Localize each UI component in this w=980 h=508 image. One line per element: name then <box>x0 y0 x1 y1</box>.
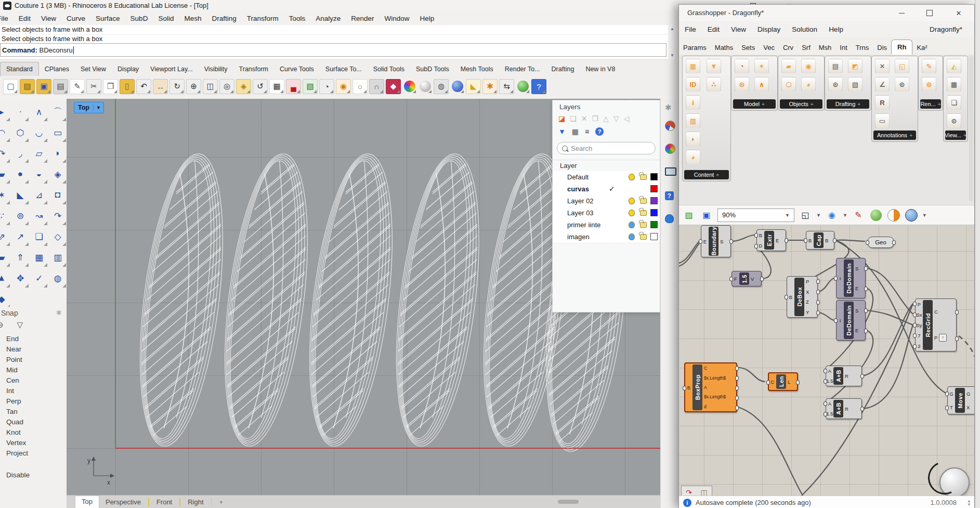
menu-analyze[interactable]: Analyze <box>310 13 346 24</box>
point-icon[interactable]: · <box>13 105 28 119</box>
orient-icon[interactable]: ✥ <box>13 271 28 285</box>
gh-output-X[interactable]: X <box>966 405 970 410</box>
zoom-extents-icon[interactable]: ◱ <box>799 209 812 222</box>
gh-tab-trns[interactable]: Trns <box>852 41 873 55</box>
box-widget-icon[interactable]: ◫ <box>701 488 708 496</box>
sketch-arrow-icon[interactable]: ↷ <box>686 488 692 496</box>
gh-output-X[interactable]: X <box>806 289 809 295</box>
rectangle-icon[interactable]: ▭ <box>50 125 65 140</box>
group-expand-icon[interactable]: + <box>963 133 966 138</box>
gh-tab-sets[interactable]: Sets <box>737 41 759 55</box>
gh-output-Y[interactable]: Y <box>806 309 809 315</box>
gh-output-nub[interactable] <box>816 290 820 294</box>
print-icon[interactable]: ▤ <box>53 79 68 94</box>
gh-output-S[interactable]: S <box>855 308 858 314</box>
layer-name[interactable]: imagen <box>567 233 590 241</box>
dim-x-icon[interactable]: ✕ <box>875 59 890 73</box>
polyline-icon[interactable]: ∧ <box>32 105 46 119</box>
layer-visibility-bulb-icon[interactable] <box>629 222 635 228</box>
save-icon[interactable]: ▣ <box>36 79 51 94</box>
gh-component-num15[interactable]: F1.5V <box>731 271 762 286</box>
gh-input-nub[interactable] <box>824 412 827 416</box>
menu-transform[interactable]: Transform <box>242 13 284 24</box>
gh-input-nub[interactable] <box>824 369 827 373</box>
fillet-icon[interactable]: ↝ <box>32 209 46 223</box>
open-file-icon[interactable]: ▨ <box>20 79 35 94</box>
mirror-icon[interactable]: ▥ <box>50 250 65 265</box>
gh-menu-file[interactable]: File <box>679 23 702 35</box>
menu-subd[interactable]: SubD <box>125 13 153 24</box>
osnap-cen[interactable]: Cen <box>6 375 28 386</box>
gh-output-nub[interactable] <box>735 386 739 390</box>
box-icon[interactable]: ▰ <box>0 167 9 181</box>
color-funnel-icon[interactable]: ▼ <box>707 59 721 73</box>
move-up-icon[interactable]: △ <box>603 114 609 123</box>
distribute-icon[interactable]: ⇆ <box>499 79 514 94</box>
toolbar-tab-curve-tools[interactable]: Curve Tools <box>274 62 320 76</box>
command-history-area[interactable]: Select objects to frame with a box Selec… <box>0 25 668 60</box>
delete-layer-icon[interactable]: ✕ <box>581 114 587 123</box>
gh-input-nub[interactable] <box>824 379 827 384</box>
gh-output-nub[interactable] <box>760 277 764 281</box>
gh-output-nub[interactable] <box>735 376 739 381</box>
array-grid-icon[interactable]: ▦ <box>32 250 46 265</box>
notch-icon[interactable]: ◣ <box>466 79 481 94</box>
group-expand-icon[interactable]: + <box>762 101 765 107</box>
gh-component-boxprop[interactable]: BBoxPropC$x.Length$A$x.Length$d <box>684 362 737 412</box>
gh-output-nub[interactable] <box>955 310 959 315</box>
lamp-icon[interactable]: ○ <box>352 79 368 94</box>
gh-input-B[interactable]: B <box>808 238 812 243</box>
gh-input-1.5[interactable]: 1.5 <box>826 411 833 416</box>
menu-surface[interactable]: Surface <box>90 13 125 24</box>
gear-icon[interactable]: ✱ <box>482 79 498 94</box>
edit-doc-icon[interactable]: ✎ <box>70 79 85 94</box>
osnap-vertex[interactable]: Vertex <box>6 438 28 448</box>
osnap-point[interactable]: Point <box>6 355 28 365</box>
gh-input-nub[interactable] <box>834 318 838 323</box>
menu-file[interactable]: File <box>0 13 14 24</box>
gh-minimize-button[interactable] <box>891 7 912 19</box>
snap-gear-icon[interactable]: ✱ <box>56 309 62 317</box>
gh-close-button[interactable]: ✕ <box>948 7 969 19</box>
layer-visibility-bulb-icon[interactable] <box>629 233 635 240</box>
gh-output-nub[interactable] <box>864 308 868 313</box>
toolbar-tab-surface-tools[interactable]: Surface To... <box>320 62 368 76</box>
layer-visibility-bulb-icon[interactable] <box>629 174 635 180</box>
curve-handles-icon[interactable]: ⌒ <box>50 105 65 119</box>
gh-output-Z[interactable]: Z <box>806 299 809 305</box>
grasshopper-canvas[interactable]: EBoundarySBDExtrEBCapBGeoF1.5VBDeBoxPXZY… <box>679 225 974 496</box>
chevron-down-icon[interactable]: ▼ <box>93 105 103 110</box>
gh-input-A[interactable]: A <box>828 401 831 407</box>
display-pie-icon[interactable] <box>665 121 675 131</box>
gh-input-nub[interactable] <box>834 276 838 281</box>
sphere-blue-icon[interactable] <box>450 80 464 94</box>
dim-line-icon[interactable]: ◩ <box>848 59 863 73</box>
earth-icon[interactable] <box>516 80 530 94</box>
gumball-icon[interactable]: ◉ <box>336 79 351 94</box>
dots-group-icon[interactable]: ⊚ <box>13 209 28 223</box>
layer-lock-icon[interactable] <box>640 222 647 228</box>
copy-array-icon[interactable]: ❏ <box>32 229 46 244</box>
gh-output-E[interactable]: E <box>776 238 779 243</box>
move-icon[interactable]: ⇗ <box>0 229 9 244</box>
osnap-knot[interactable]: Knot <box>6 427 28 438</box>
preview-wireframe-icon[interactable] <box>905 209 918 222</box>
viewport-grid-icon[interactable]: ▦ <box>947 77 961 92</box>
toolbar-tab-solid-tools[interactable]: Solid Tools <box>368 62 410 76</box>
cplane-icon[interactable]: ◔ <box>319 79 334 94</box>
toolbar-tab-visibility[interactable]: Visibility <box>199 62 233 76</box>
group-expand-icon[interactable]: + <box>716 172 719 178</box>
gh-tab-ka2[interactable]: Ka² <box>912 41 931 55</box>
zoom-icon[interactable]: ⊕ <box>186 79 201 94</box>
gh-input-nub[interactable] <box>824 401 827 406</box>
gh-output-nub[interactable] <box>729 239 733 244</box>
menu-edit[interactable]: Edit <box>14 13 36 24</box>
layer-lock-icon[interactable] <box>640 210 647 216</box>
detail-list-icon[interactable]: ▤ <box>828 59 843 73</box>
gh-component-ab2[interactable]: A1.5A+BR <box>826 398 862 419</box>
viewport-layout-icon[interactable]: ▦ <box>269 79 284 94</box>
explode-gear-icon[interactable]: ✶ <box>0 188 9 202</box>
focus-search-icon[interactable]: ⊙ <box>947 113 961 128</box>
gh-input-G[interactable]: G <box>949 391 953 397</box>
undo-icon[interactable]: ↶ <box>136 79 151 94</box>
